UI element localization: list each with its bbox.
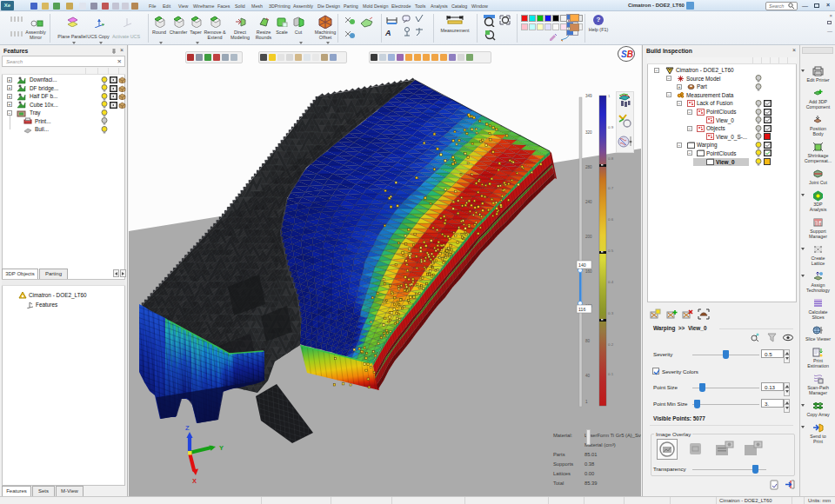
svg-text:0.9: 0.9 xyxy=(608,125,614,129)
svg-text:349: 349 xyxy=(585,94,592,98)
svg-text:140: 140 xyxy=(578,262,586,268)
svg-text:116: 116 xyxy=(578,307,585,312)
svg-text:80: 80 xyxy=(585,339,591,343)
svg-text:0.3: 0.3 xyxy=(608,311,614,315)
svg-text:1: 1 xyxy=(585,400,588,404)
svg-text:0.6: 0.6 xyxy=(608,217,614,222)
svg-text:X: X xyxy=(192,477,197,485)
svg-text:0.7: 0.7 xyxy=(608,186,614,190)
svg-text:160: 160 xyxy=(585,269,592,274)
svg-text:200: 200 xyxy=(585,235,592,239)
svg-text:0.5: 0.5 xyxy=(608,249,614,253)
svg-text:0.4: 0.4 xyxy=(608,280,614,284)
svg-text:Z: Z xyxy=(185,424,190,432)
svg-text:0.2: 0.2 xyxy=(608,342,614,347)
svg-text:0.8: 0.8 xyxy=(608,156,614,161)
svg-text:0.1: 0.1 xyxy=(608,372,614,376)
svg-text:320: 320 xyxy=(585,130,592,135)
svg-text:280: 280 xyxy=(585,165,592,169)
svg-text:Y: Y xyxy=(219,444,224,452)
svg-text:40: 40 xyxy=(585,374,591,378)
svg-text:240: 240 xyxy=(585,200,592,204)
